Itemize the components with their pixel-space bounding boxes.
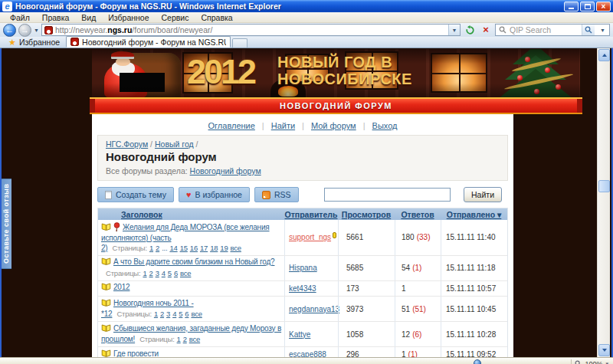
page-link[interactable]: 1	[177, 335, 181, 343]
page-link[interactable]: 6	[185, 310, 188, 318]
replies-count: 180	[402, 233, 415, 241]
vertical-scrollbar[interactable]	[597, 48, 610, 357]
column-header[interactable]: Заголовок	[98, 210, 284, 219]
add-favorite-button[interactable]: ♥ В избранное	[179, 187, 250, 202]
page-link[interactable]: все	[189, 335, 200, 343]
quick-search-input[interactable]	[510, 25, 579, 34]
menu-item[interactable]: Избранное	[102, 13, 155, 22]
replies-cell: 1(1)	[395, 347, 441, 357]
sender-link[interactable]: Hispana	[289, 264, 317, 272]
close-button[interactable]: ×	[596, 2, 611, 11]
minimize-button[interactable]	[564, 2, 579, 11]
sender-link[interactable]: Kattye	[289, 330, 310, 339]
create-topic-button[interactable]: Создать тему	[97, 187, 174, 202]
page-link[interactable]: все	[191, 310, 202, 318]
page-link[interactable]: 2	[149, 269, 153, 277]
page-link[interactable]: 2	[183, 335, 187, 343]
refresh-icon	[465, 25, 475, 35]
replies-cell: 12(6)	[395, 322, 441, 346]
page-link[interactable]: 19	[220, 244, 228, 252]
page-link[interactable]: 4	[172, 310, 176, 318]
url-prefix: http://newyear.	[55, 25, 107, 34]
breadcrumb-link[interactable]: НГС.Форум	[106, 139, 148, 149]
sender-cell: Kattye	[284, 322, 338, 346]
sender-link[interactable]: negdannaya13	[289, 305, 339, 313]
page-link[interactable]: все	[180, 269, 191, 277]
zoom-dropdown-icon[interactable]: ▾	[605, 361, 608, 364]
nav-link[interactable]: Мой форум	[311, 121, 356, 130]
new-tab-button[interactable]	[232, 38, 247, 48]
page-link[interactable]: 17	[200, 244, 208, 252]
topic-link[interactable]: А что Вы дарите своим близким на Новый г…	[113, 257, 274, 266]
sender-link[interactable]: support_ngs	[289, 233, 331, 241]
page-link[interactable]: 2	[160, 310, 164, 318]
nav-link[interactable]: Найти	[271, 121, 295, 130]
column-header[interactable]: Просмотров	[338, 210, 395, 219]
book-icon	[101, 223, 111, 234]
refresh-button[interactable]	[463, 24, 477, 36]
page-link[interactable]: 6	[174, 269, 178, 277]
search-options-dropdown-icon[interactable]: ▼	[598, 28, 608, 33]
sender-link[interactable]: ket4343	[289, 284, 316, 293]
page-link[interactable]: 2	[156, 244, 159, 252]
page-viewport: 2012 НОВЫЙ ГОД В НОВОСИБИРСКЕ НОВОГОДНИЙ…	[0, 48, 613, 357]
page-link[interactable]: 3	[166, 310, 170, 318]
pages-ellipsis: ...	[162, 244, 167, 252]
page-link[interactable]: 5	[179, 310, 182, 318]
page-link[interactable]: 1	[143, 269, 146, 277]
back-button[interactable]: ←	[3, 24, 16, 37]
scroll-down-button[interactable]	[598, 344, 610, 356]
restore-button[interactable]	[580, 2, 595, 11]
browser-window: e Новогодний форум - Форум на NGS.RU - W…	[0, 0, 613, 364]
topic-link[interactable]: 2012	[113, 283, 129, 291]
scrollbar-thumb[interactable]	[598, 180, 610, 192]
menu-item[interactable]: Файл	[4, 13, 36, 22]
sender-link[interactable]: escape888	[289, 350, 326, 357]
address-bar[interactable]: http://newyear.ngs.ru/forum/board/newyea…	[41, 24, 461, 36]
page-link[interactable]: 4	[162, 269, 166, 277]
history-dropdown-icon[interactable]: ▼	[34, 28, 39, 33]
stop-button[interactable]: ×	[479, 24, 493, 36]
page-link[interactable]: 3	[156, 269, 159, 277]
status-bar: 100% ▾	[0, 357, 613, 364]
find-button[interactable]: Найти	[464, 187, 502, 202]
book-icon	[101, 349, 111, 358]
forward-button[interactable]: →	[18, 24, 31, 37]
page-link[interactable]: 1	[149, 244, 153, 252]
topic-link[interactable]: Где провести	[113, 349, 159, 358]
column-header[interactable]: Ответов	[395, 210, 441, 219]
page-link[interactable]: 1	[154, 310, 158, 318]
search-go-button[interactable]	[582, 25, 595, 35]
menu-item[interactable]: Правка	[36, 13, 75, 22]
page-link[interactable]: 18	[210, 244, 218, 252]
rss-button[interactable]: RSS	[254, 187, 299, 202]
page-link[interactable]: 14	[169, 244, 177, 252]
sender-cell: support_ngs	[284, 220, 338, 255]
page-link[interactable]: все	[231, 244, 241, 252]
favorites-button[interactable]: ★ Избранное	[2, 37, 66, 48]
column-header[interactable]: Отправитель	[284, 210, 338, 219]
nav-separator: |	[302, 121, 304, 130]
page-link[interactable]: 16	[190, 244, 198, 252]
tab-forum[interactable]: Новогодний форум - Форум на NGS.RU	[66, 36, 231, 48]
breadcrumb-link[interactable]: Новый год	[155, 139, 194, 149]
replies-new-count: (33)	[417, 233, 431, 241]
feedback-tab[interactable]: Оставьте свой отзыв	[0, 179, 11, 269]
nav-link[interactable]: Оглавление	[208, 121, 255, 130]
menu-item[interactable]: Вид	[75, 13, 102, 22]
nav-separator: |	[262, 121, 264, 130]
column-header[interactable]: Отправлено ▾	[441, 210, 507, 219]
forum-search-input[interactable]	[324, 188, 451, 202]
menu-item[interactable]: Справка	[195, 13, 238, 22]
page-link[interactable]: 15	[180, 244, 188, 252]
address-dropdown-icon[interactable]: ▼	[448, 25, 460, 35]
forum-content: Оглавление|Найти|Мой форум|Выход НГС.Фор…	[92, 114, 513, 357]
page-link[interactable]: 5	[168, 269, 172, 277]
breadcrumb: НГС.Форум / Новый год /	[106, 139, 500, 149]
menu-item[interactable]: Сервис	[156, 13, 195, 22]
nav-link[interactable]: Выход	[372, 121, 398, 130]
scroll-up-button[interactable]	[598, 49, 610, 61]
zoom-level[interactable]: 100%	[585, 360, 602, 364]
subtitle-link[interactable]: Новогодний форум	[190, 166, 261, 175]
topic-cell: 2012	[98, 281, 284, 297]
